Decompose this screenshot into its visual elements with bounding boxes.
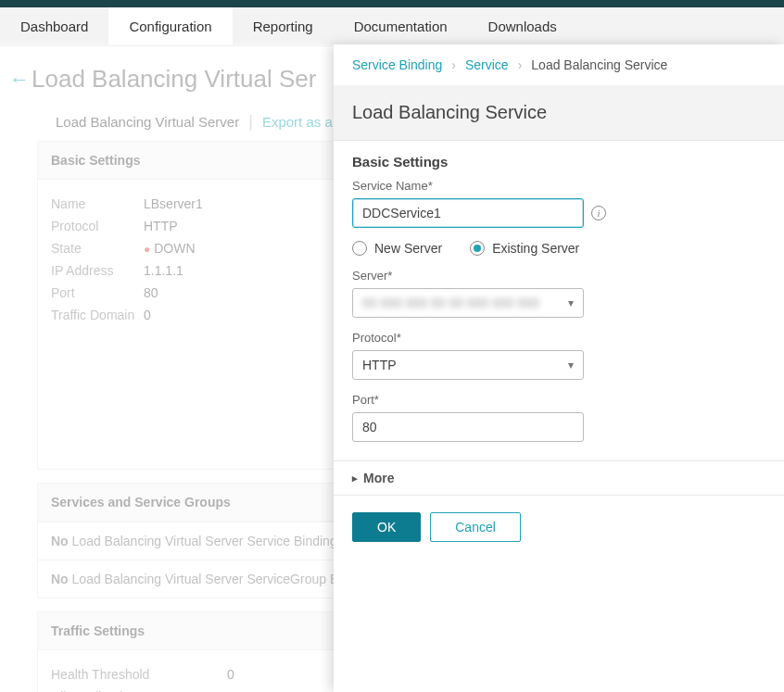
nav-dashboard[interactable]: Dashboard xyxy=(0,7,108,45)
overlay-form-header: Basic Settings xyxy=(334,141,784,179)
info-icon[interactable]: i xyxy=(591,206,606,220)
bs-val: 0 xyxy=(144,308,151,322)
breadcrumb-service[interactable]: Service xyxy=(465,57,509,72)
more-expander[interactable]: ▸ More xyxy=(334,460,784,496)
servicegroup-binding-text: Load Balancing Virtual Server ServiceGro… xyxy=(72,572,349,586)
service-name-label: Service Name* xyxy=(352,179,765,193)
bs-val: 80 xyxy=(144,285,158,300)
ok-button[interactable]: OK xyxy=(352,512,421,542)
back-arrow-icon[interactable]: ← xyxy=(9,68,32,92)
radio-new-server[interactable]: New Server xyxy=(352,241,442,256)
server-select-value: 00 000 000 00 00 000 000 000 xyxy=(362,296,568,310)
protocol-select-value: HTTP xyxy=(362,358,568,372)
radio-new-label: New Server xyxy=(374,241,442,256)
bs-key: State xyxy=(51,241,144,256)
protocol-label: Protocol* xyxy=(352,331,765,345)
chevron-down-icon: ▾ xyxy=(568,296,574,309)
triangle-right-icon: ▸ xyxy=(352,472,358,484)
subheader-separator: | xyxy=(248,112,253,132)
server-select[interactable]: 00 000 000 00 00 000 000 000 ▾ xyxy=(352,288,584,318)
bs-key: Traffic Domain xyxy=(51,308,144,322)
radio-icon xyxy=(352,241,367,256)
no-label: No xyxy=(51,572,69,586)
service-binding-text: Load Balancing Virtual Server Service Bi… xyxy=(72,534,337,548)
radio-existing-server[interactable]: Existing Server xyxy=(470,241,579,256)
top-bar xyxy=(0,0,784,7)
nav-documentation[interactable]: Documentation xyxy=(334,7,468,45)
export-link[interactable]: Export as a T xyxy=(262,114,345,130)
main-nav: Dashboard Configuration Reporting Docume… xyxy=(0,7,784,46)
nav-configuration[interactable]: Configuration xyxy=(108,7,232,45)
bs-val-state: ●DOWN xyxy=(144,241,196,256)
server-label: Server* xyxy=(352,269,765,283)
bs-key: Port xyxy=(51,285,144,300)
nav-downloads[interactable]: Downloads xyxy=(468,7,577,45)
bs-key: IP Address xyxy=(51,263,144,278)
bs-val: LBserver1 xyxy=(144,196,203,211)
radio-existing-label: Existing Server xyxy=(492,241,579,256)
bs-val: 1.1.1.1 xyxy=(144,263,183,278)
more-label: More xyxy=(363,471,394,485)
breadcrumb: Service Binding › Service › Load Balanci… xyxy=(334,44,784,85)
overlay-panel: Service Binding › Service › Load Balanci… xyxy=(334,44,784,692)
cancel-button[interactable]: Cancel xyxy=(430,512,521,542)
breadcrumb-current: Load Balancing Service xyxy=(531,57,667,72)
status-dot-icon: ● xyxy=(144,243,150,256)
chevron-right-icon: › xyxy=(518,57,523,72)
no-label: No xyxy=(51,534,69,548)
port-label: Port* xyxy=(352,393,765,407)
page-title: Load Balancing Virtual Ser xyxy=(32,65,316,94)
radio-icon xyxy=(470,241,485,256)
chevron-right-icon: › xyxy=(451,57,456,72)
page-subtitle: Load Balancing Virtual Server xyxy=(56,114,239,130)
ts-val: 0 xyxy=(227,667,234,682)
nav-reporting[interactable]: Reporting xyxy=(233,7,334,45)
port-input[interactable] xyxy=(352,412,584,442)
chevron-down-icon: ▾ xyxy=(568,359,574,371)
bs-key: Name xyxy=(51,196,144,211)
ts-key: Health Threshold xyxy=(51,667,227,682)
service-name-input[interactable] xyxy=(352,198,584,228)
bs-val: HTTP xyxy=(144,219,178,233)
protocol-select[interactable]: HTTP ▾ xyxy=(352,350,584,380)
breadcrumb-service-binding[interactable]: Service Binding xyxy=(352,57,442,72)
overlay-title: Load Balancing Service xyxy=(334,85,784,140)
bs-key: Protocol xyxy=(51,219,144,233)
